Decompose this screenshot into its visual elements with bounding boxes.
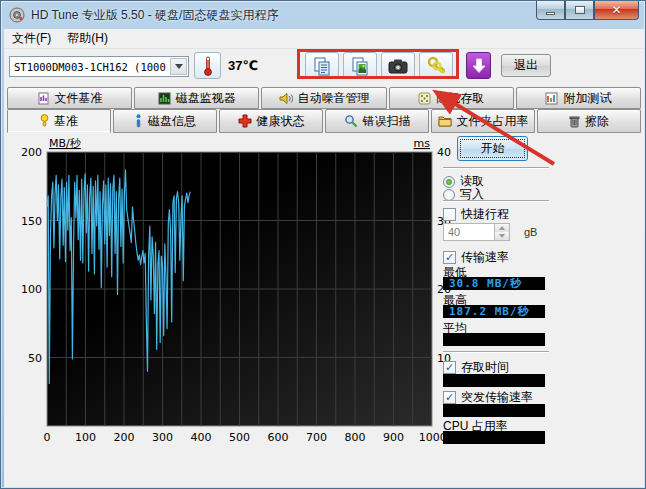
maximize-icon xyxy=(575,6,585,14)
transfer-rate-label: 传输速率 xyxy=(461,249,509,266)
svg-text:ms: ms xyxy=(414,137,431,150)
svg-text:0: 0 xyxy=(44,431,51,444)
tab-erase[interactable]: 擦除 xyxy=(537,109,641,133)
write-radio[interactable] xyxy=(443,189,455,201)
max-value: 187.2 MB/秒 xyxy=(443,305,545,318)
transfer-rate-checkbox[interactable]: ✓ xyxy=(443,251,456,264)
svg-text:200: 200 xyxy=(114,431,135,444)
tab-strip-primary: 基准 磁盘信息 健康状态 错误扫描 文件夹占用率 擦除 xyxy=(4,109,644,133)
tab-label: 磁盘监视器 xyxy=(176,90,236,107)
maximize-button[interactable] xyxy=(565,1,594,20)
benchmark-chart: MB/秒ms2001501005040302010010020030040050… xyxy=(4,133,454,453)
svg-text:300: 300 xyxy=(152,431,173,444)
drive-select-dropdown-button[interactable] xyxy=(170,58,187,75)
tab-health[interactable]: 健康状态 xyxy=(219,109,323,133)
spinner-up-button[interactable] xyxy=(495,224,509,232)
tab-benchmark[interactable]: 基准 xyxy=(7,109,111,133)
tab-label: 健康状态 xyxy=(257,113,305,130)
tab-error-scan[interactable]: 错误扫描 xyxy=(325,109,429,133)
tab-disk-info[interactable]: 磁盘信息 xyxy=(113,109,217,133)
tab-label: 磁盘信息 xyxy=(148,113,196,130)
minimize-button[interactable] xyxy=(536,1,565,20)
tab-label: 擦除 xyxy=(585,113,609,130)
separator xyxy=(443,167,549,169)
shortstroke-checkbox[interactable] xyxy=(443,208,456,221)
shortstroke-label: 快捷行程 xyxy=(461,206,509,223)
start-button[interactable]: 开始 xyxy=(457,136,528,161)
tab-label: 基准 xyxy=(54,113,78,130)
folder-icon xyxy=(438,115,452,127)
exit-button[interactable]: 退出 xyxy=(501,54,551,77)
capacity-unit-label: gB xyxy=(524,226,537,238)
tab-label: 文件基准 xyxy=(55,90,103,107)
cpu-usage-value xyxy=(443,431,545,444)
svg-text:400: 400 xyxy=(191,431,212,444)
chevron-down-icon xyxy=(175,64,183,69)
spinner-down-icon xyxy=(499,234,505,238)
info-icon xyxy=(134,114,143,128)
exit-button-label: 退出 xyxy=(514,57,538,74)
svg-text:700: 700 xyxy=(306,431,327,444)
close-button[interactable]: ✕ xyxy=(594,1,639,20)
drive-select-value: ST1000DM003-1CH162 (1000 gB) xyxy=(10,61,170,73)
min-value: 30.8 MB/秒 xyxy=(443,277,545,290)
magnifier-icon xyxy=(344,114,358,128)
title-bar[interactable]: HD Tune 专业版 5.50 - 硬盘/固态硬盘实用程序 ✕ xyxy=(1,1,645,29)
svg-text:50: 50 xyxy=(28,352,42,365)
tab-label: 附加测试 xyxy=(563,90,611,107)
burst-rate-value xyxy=(443,404,545,417)
tab-random-access[interactable]: 随机存取 xyxy=(389,87,514,109)
tab-file-benchmark[interactable]: 文件基准 xyxy=(7,87,132,109)
tab-acoustic-management[interactable]: 自动噪音管理 xyxy=(261,87,386,109)
speaker-icon xyxy=(279,92,293,105)
avg-value xyxy=(443,333,545,346)
trash-icon xyxy=(569,115,580,128)
tab-folder-usage[interactable]: 文件夹占用率 xyxy=(431,109,535,133)
thermometer-icon xyxy=(203,56,213,76)
extra-tests-icon xyxy=(545,92,558,105)
hdtune-logo-icon xyxy=(9,7,25,23)
temperature-value: 37℃ xyxy=(228,58,258,73)
app-window: HD Tune 专业版 5.50 - 硬盘/固态硬盘实用程序 ✕ 文件(F) 帮… xyxy=(0,0,646,489)
tab-extra-tests[interactable]: 附加测试 xyxy=(516,87,641,109)
drive-select[interactable]: ST1000DM003-1CH162 (1000 gB) xyxy=(9,56,189,77)
svg-text:MB/秒: MB/秒 xyxy=(49,137,82,150)
svg-text:100: 100 xyxy=(21,283,42,296)
temperature-button[interactable] xyxy=(194,52,221,79)
svg-text:600: 600 xyxy=(268,431,289,444)
spinner-down-button[interactable] xyxy=(495,232,509,240)
tab-disk-monitor[interactable]: 磁盘监视器 xyxy=(134,87,259,109)
minimize-icon xyxy=(546,12,555,15)
spinner-up-icon xyxy=(499,226,505,230)
update-download-icon xyxy=(472,58,486,74)
separator xyxy=(443,200,549,202)
health-cross-icon xyxy=(238,114,252,128)
capacity-spinner[interactable]: 40 gB xyxy=(443,223,537,241)
benchmark-controls: 开始 读取 写入 快捷行程 40 xyxy=(437,133,557,487)
shortstroke-option[interactable]: 快捷行程 xyxy=(443,206,509,223)
tab-label: 随机存取 xyxy=(436,90,484,107)
benchmark-panel: MB/秒ms2001501005040302010010020030040050… xyxy=(4,133,644,487)
capacity-input[interactable]: 40 xyxy=(443,223,495,241)
tab-strip-secondary: 文件基准 磁盘监视器 自动噪音管理 随机存取 附加测试 xyxy=(4,87,644,109)
benchmark-bulb-icon xyxy=(40,114,49,128)
menu-file[interactable]: 文件(F) xyxy=(4,28,59,49)
access-time-value xyxy=(443,374,545,387)
tab-label: 自动噪音管理 xyxy=(298,90,370,107)
svg-text:150: 150 xyxy=(21,215,42,228)
close-icon: ✕ xyxy=(611,4,621,16)
annotation-red-box xyxy=(297,49,459,79)
svg-text:100: 100 xyxy=(75,431,96,444)
file-benchmark-icon xyxy=(37,92,50,105)
access-time-checkbox[interactable]: ✓ xyxy=(443,361,456,374)
start-button-label: 开始 xyxy=(481,140,505,157)
svg-text:200: 200 xyxy=(21,146,42,159)
menu-help[interactable]: 帮助(H) xyxy=(59,28,116,49)
svg-text:800: 800 xyxy=(345,431,366,444)
update-button[interactable] xyxy=(466,52,491,79)
separator xyxy=(443,351,549,353)
tab-label: 错误扫描 xyxy=(363,113,411,130)
window-title: HD Tune 专业版 5.50 - 硬盘/固态硬盘实用程序 xyxy=(31,7,278,24)
burst-rate-checkbox[interactable]: ✓ xyxy=(443,391,456,404)
dice-icon xyxy=(418,92,431,105)
